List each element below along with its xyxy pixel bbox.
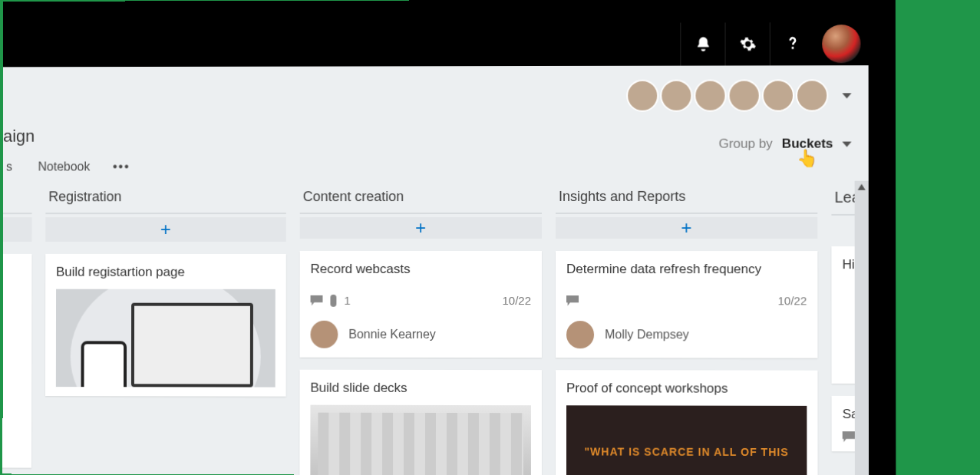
devices-illustration (71, 289, 261, 388)
plan-tabs: s Notebook ••• (3, 155, 130, 178)
task-due-date: 10/22 (777, 294, 807, 307)
assignee-avatar (311, 321, 338, 348)
task-title: Build slide decks (310, 381, 531, 396)
task-title: Record webcasts (311, 262, 531, 277)
member-avatar[interactable] (728, 79, 761, 111)
gear-icon (739, 35, 756, 52)
member-avatar[interactable] (660, 80, 692, 112)
task-card[interactable]: Build registartion page (45, 254, 286, 397)
member-avatar[interactable] (762, 79, 794, 111)
bell-icon (695, 35, 711, 52)
tab-more[interactable]: ••• (113, 160, 130, 173)
member-avatar[interactable] (694, 80, 726, 112)
add-task-button[interactable]: + (300, 217, 542, 239)
member-avatar[interactable] (626, 80, 658, 112)
assignee-name: Bonnie Kearney (348, 328, 436, 341)
task-title: Build registartion page (56, 265, 276, 280)
current-user-avatar[interactable] (814, 22, 869, 65)
comment-icon (566, 295, 579, 306)
task-preview-image: "WHAT IS SCARCE IN ALL OF THIS (566, 405, 807, 475)
bucket-column-partial (2, 184, 31, 473)
plan-members (628, 79, 851, 112)
help-button[interactable] (770, 22, 814, 65)
task-card[interactable]: Record webcasts 1 10/22 Bonnie Kearney (300, 251, 542, 358)
members-dropdown-icon[interactable] (842, 93, 851, 98)
add-task-button[interactable] (2, 217, 31, 242)
group-by-control[interactable]: Group by Buckets (718, 137, 851, 152)
group-by-label: Group by (718, 137, 772, 152)
task-assignee: Molly Dempsey (566, 321, 807, 348)
assignee-name: Molly Dempsey (605, 328, 689, 341)
task-assignee: Bonnie Kearney (311, 321, 531, 348)
bucket-column-registration: Registration + Build registartion page (45, 184, 286, 474)
kanban-board: Registration + Build registartion page (2, 184, 869, 475)
bucket-header[interactable]: Registration (45, 184, 285, 214)
content-area: aign s Notebook ••• Group by Buckets 👆 (2, 65, 869, 475)
tab-partial[interactable]: s (3, 156, 15, 179)
assignee-avatar (566, 321, 594, 348)
task-due-date: 10/22 (502, 294, 531, 307)
comment-icon (843, 431, 855, 442)
task-card[interactable]: Build slide decks (299, 370, 542, 475)
vertical-scrollbar[interactable] (855, 181, 869, 475)
quote-text: "WHAT IS SCARCE IN ALL OF THIS (585, 444, 789, 460)
task-preview-image (310, 405, 531, 475)
task-card-partial[interactable] (2, 254, 31, 468)
task-title: Determine data refresh frequency (566, 262, 807, 277)
bucket-header[interactable]: Insights and Reports (556, 184, 817, 214)
attachment-icon (330, 294, 336, 306)
notifications-button[interactable] (680, 22, 724, 65)
task-meta: 1 10/22 (311, 294, 531, 307)
task-card[interactable]: Determine data refresh frequency 10/22 M… (556, 251, 817, 358)
bucket-column-insights: Insights and Reports + Determine data re… (556, 184, 818, 475)
chevron-down-icon (842, 141, 851, 147)
task-preview-image (56, 289, 276, 388)
bucket-column-content: Content creation + Record webcasts 1 10/… (299, 184, 542, 475)
app-screen: aign s Notebook ••• Group by Buckets 👆 (2, 22, 869, 475)
task-card[interactable]: Proof of concept workshops "WHAT IS SCAR… (556, 370, 818, 475)
comment-icon (311, 295, 323, 305)
member-avatar[interactable] (796, 79, 828, 111)
attachment-count: 1 (344, 294, 350, 307)
device-frame: aign s Notebook ••• Group by Buckets 👆 (2, 0, 896, 475)
group-by-value: Buckets (782, 137, 833, 152)
question-icon (784, 35, 800, 52)
settings-button[interactable] (725, 22, 770, 65)
add-task-button[interactable]: + (556, 217, 817, 239)
plan-title: aign (3, 127, 35, 147)
scroll-up-icon (858, 184, 866, 190)
avatar-image (822, 25, 860, 63)
top-app-bar (3, 22, 868, 67)
task-meta: 10/22 (566, 294, 807, 307)
bucket-header[interactable]: Content creation (300, 184, 542, 214)
task-title: Proof of concept workshops (566, 381, 807, 397)
bucket-header[interactable] (2, 184, 31, 214)
add-task-button[interactable]: + (45, 217, 286, 242)
tab-notebook[interactable]: Notebook (35, 156, 94, 179)
